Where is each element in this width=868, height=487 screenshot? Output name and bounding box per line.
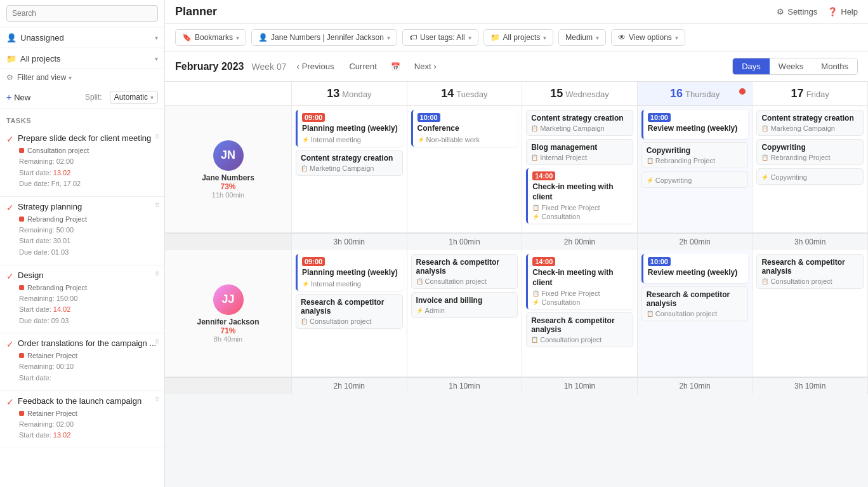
bookmarks-button[interactable]: 🔖 Bookmarks ▾ — [175, 29, 246, 46]
help-button[interactable]: ❓ Help — [827, 7, 858, 17]
event-sub: 📋Consultation project — [647, 310, 744, 317]
sub-icon: 📋 — [647, 310, 654, 317]
topbar-right: ⚙ Settings ❓ Help — [777, 7, 858, 17]
calendar-week: Week 07 — [252, 62, 287, 72]
event-block[interactable]: Invoice and billing⚡Admin — [411, 292, 518, 318]
sub-icon: 📋 — [761, 154, 768, 161]
project-dot — [19, 285, 24, 290]
event-sub: 📋Consultation project — [761, 277, 858, 285]
event-sub: ⚡Internal meeting — [302, 136, 398, 143]
resize-handle[interactable]: ⠿ — [155, 133, 159, 140]
event-block[interactable]: Content strategy creation📋Marketing Camp… — [296, 150, 403, 176]
search-input[interactable] — [6, 5, 158, 22]
next-button[interactable]: Next › — [409, 59, 442, 74]
filter-view-btn[interactable]: ⚙ Filter and view ▾ — [0, 69, 164, 86]
event-time: 14:00 — [532, 257, 555, 266]
split-label: Split: — [85, 93, 102, 102]
toolbar: 🔖 Bookmarks ▾ 👤 Jane Numbers | Jennifer … — [165, 24, 868, 51]
split-dropdown[interactable]: Automatic ▾ — [110, 91, 158, 103]
unassigned-section: 👤 Unassigned ▾ — [0, 27, 164, 48]
event-block[interactable]: Blog management📋Internal Project — [526, 139, 633, 165]
event-card[interactable]: 10:00Review meeting (weekly) — [641, 110, 749, 139]
event-card[interactable]: 09:00Planning meeting (weekly)⚡Internal … — [296, 110, 403, 147]
resize-handle[interactable]: ⠿ — [155, 270, 159, 277]
new-button[interactable]: + New — [6, 92, 30, 102]
event-block-title: Research & competitor analysis — [761, 258, 858, 276]
event-block[interactable]: Research & competitor analysis📋Consultat… — [641, 286, 749, 321]
event-sub: ⚡Consultation — [532, 213, 629, 220]
day-header-13: 13Monday — [292, 82, 407, 106]
day-name: Thursday — [685, 90, 720, 99]
calendar-title: February 2023 — [175, 61, 244, 72]
event-block[interactable]: ⚡Copywriting — [756, 168, 864, 185]
event-block[interactable]: Research & competitor analysis📋Consultat… — [296, 294, 403, 329]
event-sub: 📋Rebranding Project — [761, 154, 858, 161]
task-item[interactable]: ✓ Prepare slide deck for client meeting … — [0, 128, 164, 197]
event-sub: ⚡Copywriting — [761, 173, 858, 181]
all-projects-header[interactable]: 📁 All projects ▾ — [0, 48, 164, 69]
projects-chevron-icon: ▾ — [543, 34, 546, 41]
footer-cell-1-2: 1h 10min — [522, 377, 638, 394]
task-meta: Remaining: 00:10 Start date: — [19, 361, 158, 384]
project-dot — [19, 411, 24, 416]
resize-handle[interactable]: ⠿ — [155, 202, 159, 209]
event-card[interactable]: 10:00Review meeting (weekly) — [641, 254, 749, 283]
cal-nav-left: February 2023 Week 07 ‹ Previous Current… — [175, 59, 442, 74]
event-card[interactable]: 09:00Planning meeting (weekly)⚡Internal … — [296, 254, 403, 291]
weeks-view-button[interactable]: Weeks — [770, 58, 813, 74]
event-block[interactable]: Copywriting📋Rebranding Project — [641, 142, 749, 168]
resize-handle[interactable]: ⠿ — [155, 396, 159, 403]
event-block-title: Content strategy creation — [301, 154, 398, 163]
settings-label: Settings — [787, 7, 817, 17]
sub-icon: 📋 — [647, 157, 654, 164]
event-sub: 📋Internal Project — [531, 154, 628, 161]
day-cell-0-2: Content strategy creation📋Marketing Camp… — [522, 106, 638, 233]
task-item[interactable]: ✓ Strategy planning Rebranding Project R… — [0, 197, 164, 265]
view-options-button[interactable]: 👁 View options ▾ — [611, 29, 685, 46]
person-cell-0: JNJane Numbers73%11h 00min — [165, 106, 292, 233]
event-block[interactable]: ⚡Copywriting — [641, 171, 749, 188]
event-card[interactable]: 10:00Conference⚡Non-billable work — [411, 110, 518, 147]
event-block[interactable]: Content strategy creation📋Marketing Camp… — [756, 110, 864, 136]
sub-text: Marketing Campaign — [540, 124, 605, 132]
task-due: Due date: 09.03 — [19, 317, 69, 324]
current-button[interactable]: Current — [344, 59, 381, 74]
settings-button[interactable]: ⚙ Settings — [777, 7, 817, 17]
day-cell-1-0: 09:00Planning meeting (weekly)⚡Internal … — [292, 250, 407, 377]
task-check-icon: ✓ — [6, 397, 14, 407]
event-sub: ⚡Copywriting — [647, 177, 744, 184]
event-block[interactable]: Research & competitor analysis📋Consultat… — [756, 254, 864, 289]
calendar-picker-button[interactable]: 📅 — [387, 60, 404, 74]
months-view-button[interactable]: Months — [812, 58, 857, 74]
event-block[interactable]: Research & competitor analysis📋Consultat… — [526, 312, 633, 347]
event-sub: 📋Consultation project — [301, 317, 398, 325]
days-view-button[interactable]: Days — [733, 58, 770, 74]
event-block[interactable]: Copywriting📋Rebranding Project — [756, 139, 864, 165]
task-start: Start date: 14.02 — [19, 305, 70, 313]
projects-label: All projects — [503, 33, 541, 42]
day-number: 13 — [327, 87, 339, 100]
task-item[interactable]: ✓ Feedback to the launch campaign Retain… — [0, 391, 164, 448]
event-title: Check-in meeting with client — [532, 268, 629, 288]
event-card[interactable]: 14:00Check-in meeting with client📋Fixed … — [526, 254, 633, 309]
previous-button[interactable]: ‹ Previous — [292, 59, 339, 74]
sub-icon: 📋 — [531, 337, 538, 343]
event-block-title: Content strategy creation — [531, 114, 628, 123]
task-item[interactable]: ✓ Order translations for the campaign ..… — [0, 333, 164, 390]
event-card[interactable]: 14:00Check-in meeting with client📋Fixed … — [526, 168, 633, 223]
projects-button[interactable]: 📁 All projects ▾ — [483, 29, 554, 46]
user-tags-button[interactable]: 🏷 User tags: All ▾ — [402, 29, 478, 46]
day-header-17: 17Friday — [753, 82, 868, 106]
task-item[interactable]: ✓ Design Rebranding Project Remaining: 1… — [0, 265, 164, 334]
event-block[interactable]: Research & competitor analysis📋Consultat… — [411, 254, 518, 289]
avatar: JN — [213, 140, 244, 171]
tasks-label: Tasks — [0, 114, 164, 128]
user-filter-button[interactable]: 👤 Jane Numbers | Jennifer Jackson ▾ — [251, 29, 397, 46]
medium-button[interactable]: Medium ▾ — [558, 29, 606, 46]
resize-handle[interactable]: ⠿ — [155, 338, 159, 345]
event-block[interactable]: Content strategy creation📋Marketing Camp… — [526, 110, 633, 136]
sub-icon: ⚡ — [302, 281, 309, 287]
task-remaining: Remaining: 02:00 — [19, 420, 74, 428]
unassigned-header[interactable]: 👤 Unassigned ▾ — [0, 27, 164, 48]
event-block-title: Blog management — [531, 143, 628, 152]
